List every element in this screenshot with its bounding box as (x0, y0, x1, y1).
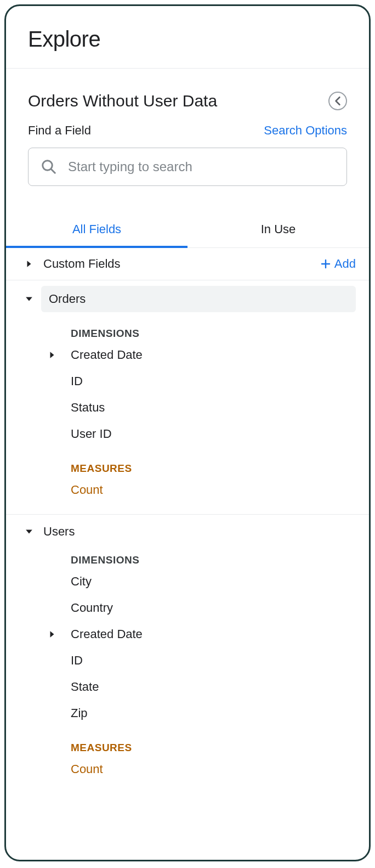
field-name: User ID (71, 427, 369, 441)
explore-title: Orders Without User Data (28, 92, 217, 110)
collapse-panel-button[interactable] (328, 92, 347, 110)
chevron-down-icon (19, 296, 39, 302)
plus-icon (320, 258, 331, 269)
view-orders: DIMENSIONS Created Date ID Status User I… (6, 315, 369, 515)
dimensions-heading: DIMENSIONS (6, 320, 369, 342)
dimensions-heading: DIMENSIONS (6, 546, 369, 568)
explore-panel: Explore Orders Without User Data Find a … (4, 4, 371, 861)
field-name: Created Date (71, 348, 369, 362)
field-name: City (71, 574, 369, 589)
find-field-row: Find a Field Search Options (6, 110, 369, 138)
custom-fields-label: Custom Fields (39, 257, 320, 271)
field-name: Count (71, 483, 369, 497)
find-field-label: Find a Field (28, 123, 91, 138)
field-tabs: All Fields In Use (6, 212, 369, 248)
field-item[interactable]: Zip (6, 700, 369, 726)
field-item[interactable]: ID (6, 647, 369, 674)
field-item[interactable]: Count (6, 756, 369, 782)
field-item[interactable]: Status (6, 394, 369, 421)
svg-line-1 (51, 169, 55, 173)
field-item[interactable]: State (6, 674, 369, 700)
tab-in-use[interactable]: In Use (188, 212, 369, 247)
field-name: Count (71, 762, 369, 776)
custom-fields-row[interactable]: Custom Fields Add (6, 248, 369, 280)
search-options-link[interactable]: Search Options (264, 123, 347, 138)
tab-all-fields[interactable]: All Fields (6, 212, 188, 247)
page-title: Explore (28, 27, 347, 52)
field-name: Status (71, 401, 369, 415)
view-users: DIMENSIONS City Country Created Date ID … (6, 542, 369, 793)
add-label: Add (334, 257, 356, 271)
search-icon (41, 159, 57, 175)
chevron-down-icon (19, 528, 39, 535)
search-box[interactable] (28, 148, 347, 186)
field-name: Zip (71, 706, 369, 720)
field-item[interactable]: Created Date (6, 342, 369, 368)
field-item[interactable]: Count (6, 477, 369, 503)
measures-heading: MEASURES (6, 447, 369, 477)
view-label: Orders (49, 292, 86, 306)
chevron-right-icon (49, 630, 71, 638)
field-item[interactable]: City (6, 568, 369, 595)
view-label: Users (39, 525, 356, 539)
view-header-users[interactable]: Users (6, 515, 369, 542)
field-item[interactable]: Country (6, 595, 369, 621)
chevron-left-icon (334, 96, 342, 106)
measures-heading: MEASURES (6, 726, 369, 756)
field-item[interactable]: User ID (6, 421, 369, 447)
field-item[interactable]: Created Date (6, 621, 369, 647)
field-name: Country (71, 601, 369, 615)
field-item[interactable]: ID (6, 368, 369, 394)
field-name: ID (71, 653, 369, 668)
field-name: Created Date (71, 627, 369, 641)
view-header-orders[interactable]: Orders (6, 280, 369, 315)
field-name: ID (71, 374, 369, 388)
explore-title-row: Orders Without User Data (6, 69, 369, 110)
chevron-right-icon (49, 351, 71, 359)
panel-header: Explore (6, 6, 369, 69)
chevron-right-icon (19, 260, 39, 268)
add-custom-field-button[interactable]: Add (320, 257, 356, 271)
field-name: State (71, 680, 369, 694)
search-input[interactable] (67, 159, 334, 175)
